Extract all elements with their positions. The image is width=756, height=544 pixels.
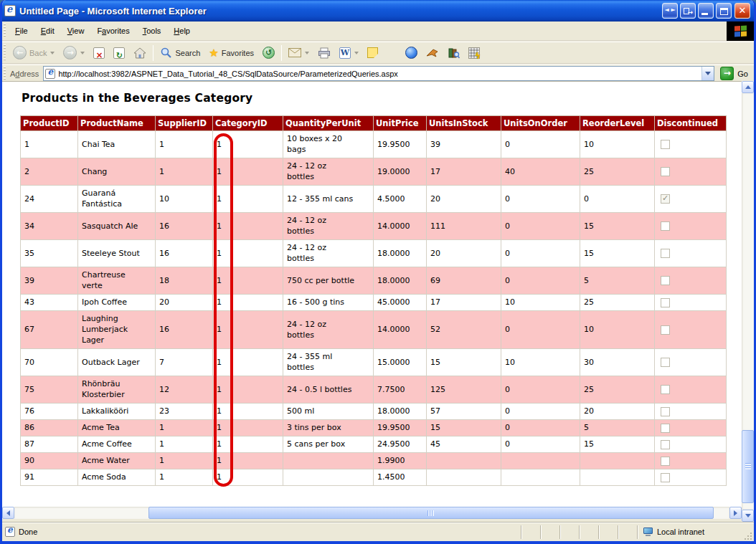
table-cell: 15.0000 bbox=[374, 349, 427, 376]
table-cell bbox=[655, 240, 727, 267]
discontinued-checkbox[interactable] bbox=[661, 358, 670, 367]
discuss-button[interactable] bbox=[363, 44, 382, 62]
messenger-button[interactable] bbox=[401, 44, 422, 62]
menu-item-tools[interactable]: Tools bbox=[136, 24, 168, 38]
table-cell: 1 bbox=[156, 453, 213, 469]
table-cell bbox=[655, 420, 727, 436]
status-pane bbox=[521, 525, 540, 539]
table-cell: Laughing Lumberjack Lager bbox=[78, 311, 156, 349]
developer-grid-button[interactable] bbox=[464, 44, 484, 62]
toolbar-grip[interactable] bbox=[4, 44, 6, 61]
local-intranet-icon bbox=[643, 528, 653, 536]
menu-item-help[interactable]: Help bbox=[167, 24, 197, 38]
status-text: Done bbox=[19, 528, 521, 536]
table-cell: 10 bbox=[156, 186, 213, 213]
table-cell bbox=[501, 469, 580, 486]
discontinued-checkbox[interactable] bbox=[661, 194, 670, 204]
search-button[interactable]: Search bbox=[156, 44, 204, 62]
discontinued-checkbox[interactable] bbox=[661, 221, 670, 231]
horizontal-scrollbar[interactable] bbox=[2, 507, 742, 519]
discontinued-checkbox[interactable] bbox=[661, 298, 670, 307]
table-cell: 4.5000 bbox=[374, 186, 427, 213]
toolbar-grip[interactable] bbox=[4, 67, 6, 80]
menu-item-edit[interactable]: Edit bbox=[34, 24, 61, 38]
addon-button[interactable] bbox=[422, 44, 443, 62]
address-dropdown-button[interactable] bbox=[701, 67, 714, 80]
scroll-down-button[interactable] bbox=[742, 510, 754, 522]
maximize-button[interactable] bbox=[716, 3, 732, 19]
minimize-button[interactable] bbox=[698, 3, 714, 19]
table-cell: 39 bbox=[427, 131, 501, 158]
discontinued-checkbox[interactable] bbox=[661, 276, 670, 285]
discontinued-checkbox[interactable] bbox=[661, 473, 670, 482]
table-cell bbox=[580, 453, 655, 469]
table-cell: 45.0000 bbox=[374, 295, 427, 311]
discontinued-checkbox[interactable] bbox=[661, 140, 670, 149]
vertical-scroll-track[interactable] bbox=[742, 93, 754, 510]
back-button[interactable]: ← Back bbox=[9, 44, 59, 62]
menu-item-favorites[interactable]: Favorites bbox=[90, 24, 136, 38]
table-cell: Steeleye Stout bbox=[78, 240, 156, 267]
status-pane bbox=[559, 525, 579, 539]
stop-button[interactable]: × bbox=[89, 44, 109, 62]
titlebar-popout-button[interactable]: → bbox=[680, 3, 696, 19]
table-cell bbox=[283, 453, 374, 469]
discontinued-checkbox[interactable] bbox=[661, 249, 670, 258]
table-cell bbox=[655, 436, 727, 453]
address-input[interactable]: http://localhost:3982/ASPNET_Data_Tutori… bbox=[43, 66, 714, 81]
table-cell: 1.4500 bbox=[374, 469, 427, 486]
table-cell: Chang bbox=[78, 158, 156, 186]
vertical-scrollbar[interactable] bbox=[742, 81, 754, 522]
discontinued-checkbox[interactable] bbox=[661, 385, 670, 394]
table-cell: 24 - 12 oz bottles bbox=[283, 311, 374, 349]
table-cell: 0 bbox=[501, 311, 580, 349]
table-cell: Outback Lager bbox=[78, 349, 156, 376]
table-cell bbox=[283, 469, 374, 486]
close-button[interactable]: ✕ bbox=[734, 3, 750, 19]
refresh-button[interactable]: ↻ bbox=[109, 44, 129, 62]
table-cell: 45 bbox=[427, 436, 501, 453]
table-cell: 0 bbox=[501, 213, 580, 240]
addon-icon bbox=[426, 48, 439, 58]
go-button[interactable]: → bbox=[720, 67, 734, 80]
scroll-up-button[interactable] bbox=[742, 81, 754, 93]
favorites-button[interactable]: ★ Favorites bbox=[204, 44, 258, 62]
table-cell: 10 bbox=[580, 311, 655, 349]
windows-flag-icon bbox=[734, 25, 747, 37]
column-header-unitsonorder: UnitsOnOrder bbox=[501, 116, 580, 131]
edit-with-word-button[interactable]: W bbox=[335, 44, 363, 62]
table-cell: Chartreuse verte bbox=[78, 267, 156, 295]
discontinued-checkbox[interactable] bbox=[661, 167, 670, 176]
horizontal-scroll-thumb[interactable] bbox=[148, 507, 714, 519]
table-cell: 5 bbox=[580, 420, 655, 436]
scroll-left-button[interactable] bbox=[2, 507, 14, 519]
titlebar[interactable]: Untitled Page - Microsoft Internet Explo… bbox=[0, 0, 756, 22]
table-cell: 69 bbox=[427, 267, 501, 295]
discontinued-checkbox[interactable] bbox=[661, 457, 670, 466]
vertical-scroll-thumb[interactable] bbox=[742, 430, 754, 503]
status-bar: Done Local intranet bbox=[2, 522, 754, 541]
menu-item-view[interactable]: View bbox=[61, 24, 91, 38]
scroll-right-button[interactable] bbox=[729, 507, 742, 519]
table-row: 75Rhönbräu Klosterbier12124 - 0.5 l bott… bbox=[21, 376, 727, 404]
menu-item-file[interactable]: File bbox=[9, 24, 34, 38]
discontinued-checkbox[interactable] bbox=[661, 424, 670, 433]
resize-grip[interactable] bbox=[742, 531, 752, 541]
discontinued-checkbox[interactable] bbox=[661, 440, 670, 449]
research-button[interactable] bbox=[443, 44, 464, 62]
table-cell: 10 bbox=[580, 131, 655, 158]
toolbar-grip[interactable] bbox=[4, 24, 6, 39]
window-title: Untitled Page - Microsoft Internet Explo… bbox=[19, 6, 662, 16]
home-button[interactable] bbox=[129, 44, 151, 62]
forward-button[interactable]: → bbox=[59, 44, 89, 62]
table-cell: 34 bbox=[21, 213, 78, 240]
column-header-quantityperunit: QuantityPerUnit bbox=[283, 116, 374, 131]
discontinued-checkbox[interactable] bbox=[661, 325, 670, 335]
print-button[interactable] bbox=[313, 44, 335, 62]
discontinued-checkbox[interactable] bbox=[661, 407, 670, 416]
horizontal-scroll-track[interactable] bbox=[14, 507, 729, 519]
mail-button[interactable] bbox=[284, 44, 313, 62]
table-cell: 1 bbox=[213, 311, 283, 349]
titlebar-horizontal-arrows-button[interactable]: ◄ ► bbox=[662, 3, 678, 19]
history-button[interactable]: ↺ bbox=[258, 44, 279, 62]
